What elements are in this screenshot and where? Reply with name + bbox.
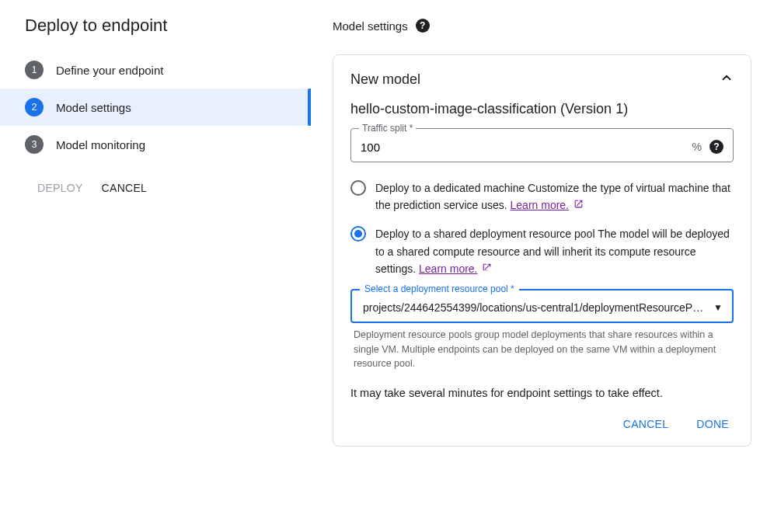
step-number-badge: 2	[25, 98, 44, 116]
unit-label: %	[692, 141, 702, 153]
section-heading: Model settings ?	[333, 19, 751, 33]
model-display-name: hello-custom-image-classification (Versi…	[350, 101, 734, 117]
step-label: Model settings	[56, 101, 131, 114]
option-title: Deploy to a shared deployment resource p…	[375, 228, 595, 240]
resource-pool-select[interactable]: Select a deployment resource pool * proj…	[350, 289, 734, 323]
radio-dedicated-machine[interactable]: Deploy to a dedicated machine Customize …	[350, 179, 734, 214]
external-link-icon	[570, 200, 584, 211]
radio-description: Deploy to a dedicated machine Customize …	[375, 179, 734, 214]
step-number-badge: 3	[25, 135, 44, 154]
done-button[interactable]: DONE	[696, 418, 729, 430]
field-label: Traffic split *	[359, 123, 416, 134]
helper-text: Deployment resource pools group model de…	[354, 328, 730, 371]
external-link-icon	[479, 263, 493, 275]
main-panel: Model settings ? New model hello-custom-…	[311, 0, 767, 532]
wizard-actions: DEPLOY CANCEL	[0, 163, 311, 213]
step-label: Model monitoring	[56, 138, 145, 151]
dropdown-icon: ▼	[713, 302, 723, 313]
radio-icon	[350, 180, 366, 196]
cancel-button[interactable]: CANCEL	[623, 418, 669, 430]
page-title: Deploy to endpoint	[0, 16, 311, 51]
chevron-up-icon	[720, 71, 734, 89]
card-title: New model	[350, 71, 420, 88]
deploy-button: DEPLOY	[37, 182, 83, 194]
card-actions: CANCEL DONE	[350, 418, 734, 430]
traffic-split-field[interactable]: Traffic split * % ?	[350, 128, 734, 162]
card-header[interactable]: New model	[350, 71, 734, 89]
model-card: New model hello-custom-image-classificat…	[333, 54, 751, 447]
step-model-monitoring[interactable]: 3 Model monitoring	[0, 126, 311, 163]
field-label: Select a deployment resource pool *	[360, 283, 519, 294]
cancel-button[interactable]: CANCEL	[102, 182, 148, 194]
step-number-badge: 1	[25, 61, 44, 79]
help-icon[interactable]: ?	[709, 140, 723, 154]
option-title: Deploy to a dedicated machine	[375, 182, 525, 194]
stepper: 1 Define your endpoint 2 Model settings …	[0, 51, 311, 163]
help-icon[interactable]: ?	[416, 19, 430, 33]
step-label: Define your endpoint	[56, 64, 163, 77]
select-value: projects/244642554399/locations/us-centr…	[363, 301, 713, 314]
learn-more-link[interactable]: Learn more.	[419, 263, 477, 275]
step-model-settings[interactable]: 2 Model settings	[0, 89, 311, 126]
section-title: Model settings	[333, 19, 408, 33]
radio-icon	[350, 226, 366, 242]
radio-shared-pool[interactable]: Deploy to a shared deployment resource p…	[350, 225, 734, 278]
step-define-endpoint[interactable]: 1 Define your endpoint	[0, 51, 311, 89]
info-text: It may take several minutes for endpoint…	[350, 387, 734, 399]
learn-more-link[interactable]: Learn more.	[511, 199, 569, 211]
sidebar: Deploy to endpoint 1 Define your endpoin…	[0, 0, 311, 532]
radio-description: Deploy to a shared deployment resource p…	[375, 225, 734, 278]
traffic-split-input[interactable]	[361, 141, 692, 154]
